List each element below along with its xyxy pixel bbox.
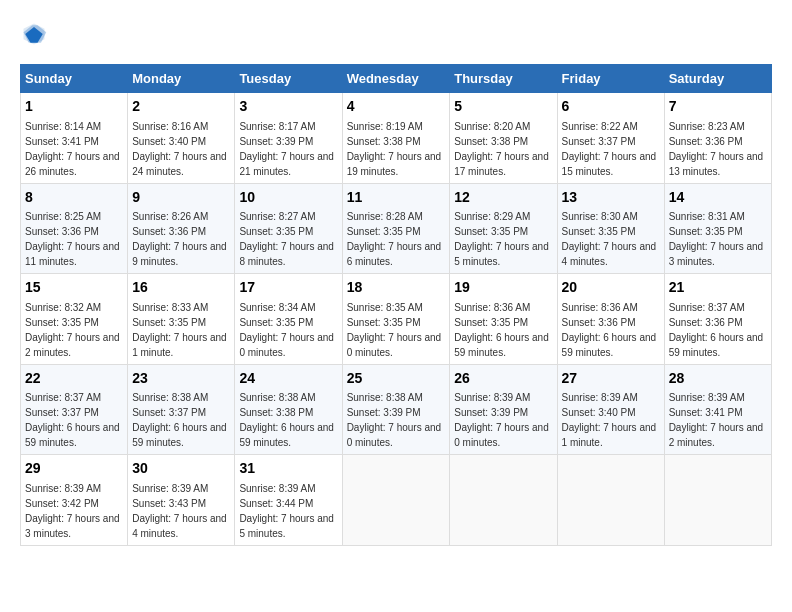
calendar-week-row: 29Sunrise: 8:39 AMSunset: 3:42 PMDayligh… bbox=[21, 455, 772, 546]
sunset-text: Sunset: 3:39 PM bbox=[347, 407, 421, 418]
day-number: 9 bbox=[132, 188, 230, 208]
sunset-text: Sunset: 3:39 PM bbox=[239, 136, 313, 147]
calendar-cell: 16Sunrise: 8:33 AMSunset: 3:35 PMDayligh… bbox=[128, 274, 235, 365]
daylight-text: Daylight: 7 hours and 0 minutes. bbox=[239, 332, 334, 358]
calendar-table: SundayMondayTuesdayWednesdayThursdayFrid… bbox=[20, 64, 772, 546]
calendar-cell: 25Sunrise: 8:38 AMSunset: 3:39 PMDayligh… bbox=[342, 364, 450, 455]
weekday-header: Wednesday bbox=[342, 65, 450, 93]
sunrise-text: Sunrise: 8:39 AM bbox=[132, 483, 208, 494]
day-number: 18 bbox=[347, 278, 446, 298]
sunrise-text: Sunrise: 8:14 AM bbox=[25, 121, 101, 132]
calendar-cell: 19Sunrise: 8:36 AMSunset: 3:35 PMDayligh… bbox=[450, 274, 557, 365]
sunset-text: Sunset: 3:36 PM bbox=[669, 317, 743, 328]
daylight-text: Daylight: 7 hours and 2 minutes. bbox=[25, 332, 120, 358]
day-number: 12 bbox=[454, 188, 552, 208]
daylight-text: Daylight: 7 hours and 3 minutes. bbox=[669, 241, 764, 267]
daylight-text: Daylight: 7 hours and 2 minutes. bbox=[669, 422, 764, 448]
sunrise-text: Sunrise: 8:32 AM bbox=[25, 302, 101, 313]
calendar-cell: 11Sunrise: 8:28 AMSunset: 3:35 PMDayligh… bbox=[342, 183, 450, 274]
sunrise-text: Sunrise: 8:28 AM bbox=[347, 211, 423, 222]
sunrise-text: Sunrise: 8:38 AM bbox=[132, 392, 208, 403]
daylight-text: Daylight: 7 hours and 9 minutes. bbox=[132, 241, 227, 267]
day-number: 26 bbox=[454, 369, 552, 389]
day-number: 5 bbox=[454, 97, 552, 117]
sunrise-text: Sunrise: 8:39 AM bbox=[669, 392, 745, 403]
sunset-text: Sunset: 3:35 PM bbox=[347, 317, 421, 328]
calendar-cell: 8Sunrise: 8:25 AMSunset: 3:36 PMDaylight… bbox=[21, 183, 128, 274]
calendar-cell: 12Sunrise: 8:29 AMSunset: 3:35 PMDayligh… bbox=[450, 183, 557, 274]
day-number: 3 bbox=[239, 97, 337, 117]
sunrise-text: Sunrise: 8:30 AM bbox=[562, 211, 638, 222]
calendar-cell bbox=[664, 455, 771, 546]
sunrise-text: Sunrise: 8:38 AM bbox=[239, 392, 315, 403]
calendar-cell: 4Sunrise: 8:19 AMSunset: 3:38 PMDaylight… bbox=[342, 93, 450, 184]
calendar-cell: 29Sunrise: 8:39 AMSunset: 3:42 PMDayligh… bbox=[21, 455, 128, 546]
page-header bbox=[20, 20, 772, 48]
weekday-header: Thursday bbox=[450, 65, 557, 93]
daylight-text: Daylight: 6 hours and 59 minutes. bbox=[239, 422, 334, 448]
calendar-cell: 17Sunrise: 8:34 AMSunset: 3:35 PMDayligh… bbox=[235, 274, 342, 365]
calendar-cell: 22Sunrise: 8:37 AMSunset: 3:37 PMDayligh… bbox=[21, 364, 128, 455]
day-number: 31 bbox=[239, 459, 337, 479]
daylight-text: Daylight: 7 hours and 1 minute. bbox=[562, 422, 657, 448]
day-number: 1 bbox=[25, 97, 123, 117]
calendar-cell: 30Sunrise: 8:39 AMSunset: 3:43 PMDayligh… bbox=[128, 455, 235, 546]
sunset-text: Sunset: 3:37 PM bbox=[562, 136, 636, 147]
calendar-cell bbox=[342, 455, 450, 546]
sunset-text: Sunset: 3:36 PM bbox=[132, 226, 206, 237]
sunset-text: Sunset: 3:38 PM bbox=[454, 136, 528, 147]
calendar-cell bbox=[557, 455, 664, 546]
daylight-text: Daylight: 7 hours and 4 minutes. bbox=[562, 241, 657, 267]
sunrise-text: Sunrise: 8:35 AM bbox=[347, 302, 423, 313]
day-number: 7 bbox=[669, 97, 767, 117]
day-number: 2 bbox=[132, 97, 230, 117]
sunset-text: Sunset: 3:38 PM bbox=[347, 136, 421, 147]
sunset-text: Sunset: 3:40 PM bbox=[562, 407, 636, 418]
weekday-header: Saturday bbox=[664, 65, 771, 93]
sunrise-text: Sunrise: 8:36 AM bbox=[562, 302, 638, 313]
daylight-text: Daylight: 7 hours and 8 minutes. bbox=[239, 241, 334, 267]
sunset-text: Sunset: 3:35 PM bbox=[562, 226, 636, 237]
sunrise-text: Sunrise: 8:17 AM bbox=[239, 121, 315, 132]
calendar-cell: 9Sunrise: 8:26 AMSunset: 3:36 PMDaylight… bbox=[128, 183, 235, 274]
calendar-cell: 20Sunrise: 8:36 AMSunset: 3:36 PMDayligh… bbox=[557, 274, 664, 365]
sunset-text: Sunset: 3:35 PM bbox=[669, 226, 743, 237]
sunrise-text: Sunrise: 8:39 AM bbox=[25, 483, 101, 494]
sunrise-text: Sunrise: 8:27 AM bbox=[239, 211, 315, 222]
day-number: 27 bbox=[562, 369, 660, 389]
daylight-text: Daylight: 7 hours and 11 minutes. bbox=[25, 241, 120, 267]
daylight-text: Daylight: 6 hours and 59 minutes. bbox=[562, 332, 657, 358]
day-number: 17 bbox=[239, 278, 337, 298]
calendar-week-row: 8Sunrise: 8:25 AMSunset: 3:36 PMDaylight… bbox=[21, 183, 772, 274]
sunset-text: Sunset: 3:41 PM bbox=[25, 136, 99, 147]
calendar-cell: 23Sunrise: 8:38 AMSunset: 3:37 PMDayligh… bbox=[128, 364, 235, 455]
day-number: 19 bbox=[454, 278, 552, 298]
sunrise-text: Sunrise: 8:38 AM bbox=[347, 392, 423, 403]
sunset-text: Sunset: 3:43 PM bbox=[132, 498, 206, 509]
daylight-text: Daylight: 7 hours and 24 minutes. bbox=[132, 151, 227, 177]
sunrise-text: Sunrise: 8:34 AM bbox=[239, 302, 315, 313]
calendar-cell: 3Sunrise: 8:17 AMSunset: 3:39 PMDaylight… bbox=[235, 93, 342, 184]
logo bbox=[20, 20, 52, 48]
day-number: 24 bbox=[239, 369, 337, 389]
daylight-text: Daylight: 6 hours and 59 minutes. bbox=[669, 332, 764, 358]
sunset-text: Sunset: 3:35 PM bbox=[347, 226, 421, 237]
daylight-text: Daylight: 6 hours and 59 minutes. bbox=[25, 422, 120, 448]
day-number: 16 bbox=[132, 278, 230, 298]
calendar-cell: 15Sunrise: 8:32 AMSunset: 3:35 PMDayligh… bbox=[21, 274, 128, 365]
calendar-cell: 21Sunrise: 8:37 AMSunset: 3:36 PMDayligh… bbox=[664, 274, 771, 365]
weekday-header: Friday bbox=[557, 65, 664, 93]
day-number: 30 bbox=[132, 459, 230, 479]
daylight-text: Daylight: 6 hours and 59 minutes. bbox=[454, 332, 549, 358]
calendar-week-row: 1Sunrise: 8:14 AMSunset: 3:41 PMDaylight… bbox=[21, 93, 772, 184]
calendar-cell: 28Sunrise: 8:39 AMSunset: 3:41 PMDayligh… bbox=[664, 364, 771, 455]
calendar-cell bbox=[450, 455, 557, 546]
daylight-text: Daylight: 7 hours and 5 minutes. bbox=[454, 241, 549, 267]
sunrise-text: Sunrise: 8:23 AM bbox=[669, 121, 745, 132]
calendar-cell: 18Sunrise: 8:35 AMSunset: 3:35 PMDayligh… bbox=[342, 274, 450, 365]
daylight-text: Daylight: 7 hours and 3 minutes. bbox=[25, 513, 120, 539]
sunrise-text: Sunrise: 8:26 AM bbox=[132, 211, 208, 222]
calendar-cell: 1Sunrise: 8:14 AMSunset: 3:41 PMDaylight… bbox=[21, 93, 128, 184]
calendar-cell: 7Sunrise: 8:23 AMSunset: 3:36 PMDaylight… bbox=[664, 93, 771, 184]
daylight-text: Daylight: 7 hours and 13 minutes. bbox=[669, 151, 764, 177]
